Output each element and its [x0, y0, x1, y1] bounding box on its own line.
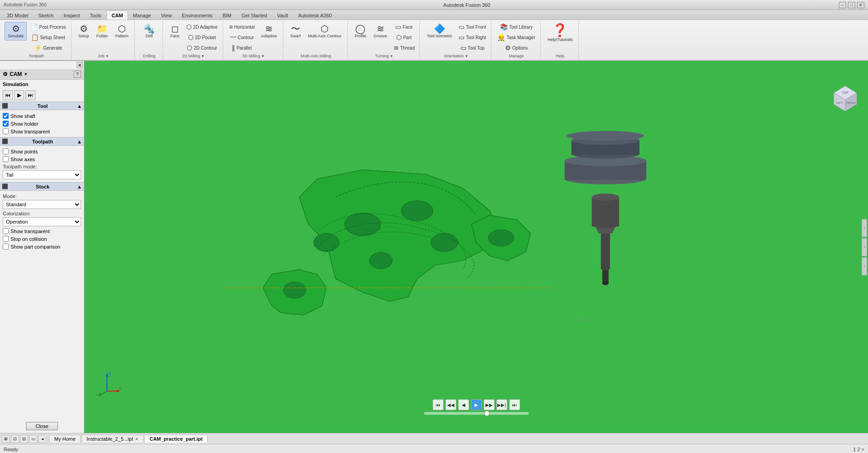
pattern-button[interactable]: ⬡ Pattern [112, 22, 132, 41]
turning-face-button[interactable]: ▭ Face [391, 22, 417, 32]
options-button[interactable]: ⚙ Options [495, 43, 537, 53]
simulate-button[interactable]: ⚙ Simulate [5, 22, 27, 41]
show-part-comparison-checkbox[interactable] [3, 244, 9, 249]
profile-button[interactable]: ◯ Profile [352, 22, 370, 41]
go-to-end-button[interactable]: ⏭ [509, 399, 520, 410]
tool-isometric-button[interactable]: 🔷 Tool Isometric [424, 22, 455, 41]
show-transparent-tool-checkbox[interactable] [3, 128, 9, 134]
toolpath-section-collapse[interactable]: ▲ [77, 139, 82, 144]
setup-sheet-button[interactable]: 📋 Setup Sheet [28, 32, 68, 42]
right-expand-btn-1[interactable]: › [862, 219, 867, 237]
mode-select[interactable]: Standard Fast Accurate [3, 200, 81, 209]
turning-group-label[interactable]: Turning ▼ [375, 54, 393, 58]
panel-close-x-button[interactable]: ✕ [77, 62, 83, 68]
bottom-icon-3[interactable]: ⊟ [20, 435, 28, 443]
right-expand-btn-2[interactable]: › [862, 238, 867, 256]
step-forward-fast-button[interactable]: ▶▶| [496, 399, 507, 410]
turning-part-button[interactable]: ⬡ Part [391, 32, 417, 42]
generate-button[interactable]: ⚡ Generate [28, 43, 68, 53]
viewport[interactable]: TOP LEFT FRONT Z X Y [84, 61, 868, 433]
sim-icon-btn-1[interactable]: ⏮ [3, 90, 13, 100]
2d-pocket-button[interactable]: ⬡ 2D Pocket [184, 32, 220, 42]
face-button[interactable]: ◻ Face [167, 22, 183, 41]
colorization-select[interactable]: Operation Feed Rate None [3, 217, 81, 226]
step-back-fast-button[interactable]: ◀◀ [445, 399, 456, 410]
tab-getstarted[interactable]: Get Started [236, 10, 272, 20]
step-back-button[interactable]: ◀ [458, 399, 469, 410]
tab-bim[interactable]: BIM [218, 10, 237, 20]
2d-contour-button[interactable]: ⬡ 2D Contour [184, 43, 220, 53]
playback-progress-thumb[interactable] [484, 411, 490, 416]
multiaxis-contour-button[interactable]: ⬡ Multi-Axis Contour [305, 22, 345, 41]
tab-inspect[interactable]: Inspect [59, 10, 85, 20]
bottom-icon-1[interactable]: ⊞ [2, 435, 10, 443]
go-to-start-button[interactable]: ⏮ [433, 399, 444, 410]
contour-button[interactable]: 〰 Contour [227, 32, 257, 42]
bottom-icon-5[interactable]: ◂ [38, 435, 46, 443]
cam-dropdown-icon[interactable]: ▼ [24, 72, 28, 76]
2dmilling-group-label[interactable]: 2D Milling ▼ [182, 54, 204, 58]
drilling-group-label[interactable]: Drilling [143, 54, 156, 58]
thread-button[interactable]: ≋ Thread [391, 43, 417, 53]
nav-cube[interactable]: TOP LEFT FRONT [832, 84, 859, 111]
parallel-button[interactable]: ∥ Parallel [227, 43, 257, 53]
stock-section-collapse[interactable]: ▲ [77, 184, 82, 189]
tool-front-button[interactable]: ▭ Tool Front [456, 22, 488, 32]
tab-manage[interactable]: Manage [128, 10, 156, 20]
tab-environments[interactable]: Environments [177, 10, 217, 20]
cam-help-icon[interactable]: ? [74, 71, 81, 78]
toolpath-group-label[interactable]: Toolpath [29, 54, 44, 58]
maximize-button[interactable]: □ [848, 2, 855, 8]
tab-vault[interactable]: Vault [272, 10, 293, 20]
task-manager-button[interactable]: 👷 Task Manager [495, 32, 537, 42]
tool-top-button[interactable]: ▭ Tool Top [456, 43, 488, 53]
sim-icon-btn-3[interactable]: ⏭ [26, 90, 36, 100]
tool-library-button[interactable]: 📚 Tool Library [495, 22, 537, 32]
show-holder-checkbox[interactable] [3, 121, 9, 127]
step-forward-button[interactable]: ▶▶ [484, 399, 495, 410]
swarf-button[interactable]: 〜 Swarf [287, 22, 304, 41]
tab-cam[interactable]: CAM [107, 10, 128, 20]
show-transparent-stock-checkbox[interactable] [3, 228, 9, 234]
folder-button[interactable]: 📁 Folder [93, 22, 111, 41]
tab-sketch[interactable]: Sketch [33, 10, 59, 20]
stop-collision-checkbox[interactable] [3, 236, 9, 242]
bottom-icon-4[interactable]: ▭ [29, 435, 37, 443]
tab-instructable-close[interactable]: ✕ [135, 437, 138, 442]
2d-adaptive-button[interactable]: ⬡ 2D Adaptive [184, 22, 220, 32]
show-points-checkbox[interactable] [3, 148, 9, 154]
tool-right-button[interactable]: ▭ Tool Right [456, 32, 488, 42]
stock-section-header[interactable]: ⬛ Stock ▲ [0, 182, 84, 191]
play-button[interactable]: ▶ [471, 399, 482, 410]
show-shaft-checkbox[interactable] [3, 113, 9, 119]
help-button[interactable]: ❓ Help/Tutorials [544, 22, 576, 44]
adaptive-button[interactable]: ≋ Adaptive [258, 22, 280, 41]
playback-progress-bar[interactable] [424, 412, 529, 415]
tool-section-collapse[interactable]: ▲ [77, 103, 82, 109]
post-process-button[interactable]: 📄 Post Process [28, 22, 68, 32]
job-group-label[interactable]: Job ▼ [98, 54, 109, 58]
close-button[interactable]: ✕ [857, 2, 864, 8]
3dmilling-group-label[interactable]: 3D Milling ▼ [242, 54, 265, 58]
sim-icon-btn-2[interactable]: ▶ [14, 90, 24, 100]
tab-my-home[interactable]: My Home [49, 435, 81, 443]
horizontal-button[interactable]: ≡ Horizontal [227, 22, 257, 32]
right-expand-btn-3[interactable]: › [862, 257, 867, 275]
multiaxis-group-label[interactable]: Multi-Axis Milling [301, 54, 331, 58]
drill-button[interactable]: 🔩 Drill [140, 22, 158, 41]
toolpath-mode-select[interactable]: Tail Full None [3, 170, 81, 179]
titlebar-controls[interactable]: ─ □ ✕ [839, 2, 864, 8]
tab-view[interactable]: View [156, 10, 177, 20]
close-panel-button[interactable]: Close [26, 422, 58, 430]
tool-section-header[interactable]: ⬛ Tool ▲ [0, 102, 84, 110]
tab-cam-practice[interactable]: CAM_practice_part.ipt [144, 435, 208, 443]
orientation-group-label[interactable]: Orientation ▼ [444, 54, 468, 58]
tab-instructable[interactable]: Instructable_2_5...ipt ✕ [82, 435, 143, 443]
show-axes-checkbox[interactable] [3, 156, 9, 162]
help-group-label[interactable]: Help [556, 54, 565, 58]
minimize-button[interactable]: ─ [839, 2, 846, 8]
tab-tools[interactable]: Tools [85, 10, 107, 20]
tab-a360[interactable]: Autodesk A360 [293, 10, 337, 20]
tab-3dmodel[interactable]: 3D Model [2, 10, 33, 20]
bottom-icon-2[interactable]: ⊡ [11, 435, 19, 443]
